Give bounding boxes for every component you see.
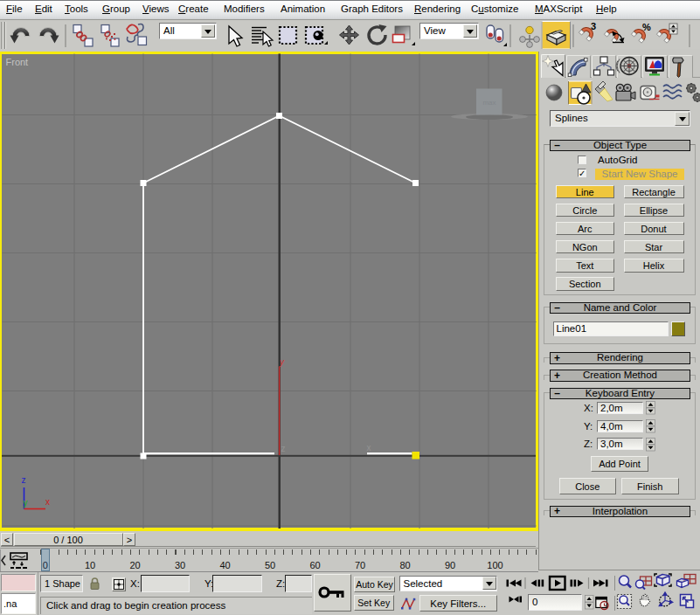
svg-text:50: 50 xyxy=(265,560,275,570)
svg-text:30: 30 xyxy=(175,560,185,570)
svg-text:80: 80 xyxy=(399,560,410,570)
svg-text:z: z xyxy=(22,475,26,485)
svg-text:90: 90 xyxy=(445,560,455,570)
svg-text:70: 70 xyxy=(355,560,365,570)
svg-text:y: y xyxy=(279,357,285,367)
svg-text:max: max xyxy=(482,99,496,107)
svg-text:20: 20 xyxy=(129,560,140,570)
svg-text:100: 100 xyxy=(487,560,502,570)
svg-text:Front: Front xyxy=(6,57,29,67)
svg-text:60: 60 xyxy=(309,560,320,570)
svg-text:40: 40 xyxy=(219,560,230,570)
svg-text:x: x xyxy=(45,497,50,507)
svg-text:%: % xyxy=(642,22,651,32)
svg-text:10: 10 xyxy=(85,560,95,570)
svg-text:y: y xyxy=(24,498,28,508)
svg-text:3: 3 xyxy=(591,21,596,31)
svg-text:z: z xyxy=(281,444,286,453)
svg-text:x: x xyxy=(367,443,371,453)
